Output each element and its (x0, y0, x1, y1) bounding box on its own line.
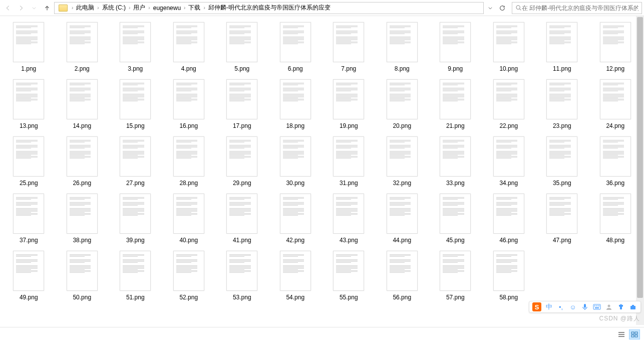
chevron-right-icon[interactable]: › (146, 5, 152, 11)
back-button[interactable] (2, 2, 14, 14)
ime-toolbar[interactable]: S 中 •, ☺ (529, 301, 641, 313)
breadcrumb-segment[interactable]: 用户 (132, 4, 146, 12)
ime-voice-icon[interactable] (580, 302, 589, 311)
file-name: 23.png (553, 122, 571, 129)
chevron-right-icon[interactable]: › (182, 5, 187, 11)
breadcrumb-segment[interactable]: 下载 (187, 4, 201, 12)
ime-emoji-icon[interactable]: ☺ (568, 302, 577, 311)
ime-language-icon[interactable]: 中 (544, 302, 553, 311)
breadcrumb-dropdown[interactable] (485, 3, 496, 14)
file-item[interactable]: 15.png (111, 79, 160, 129)
file-thumbnail (120, 251, 151, 291)
file-item[interactable]: 27.png (111, 136, 160, 187)
file-item[interactable]: 28.png (164, 136, 214, 187)
file-item[interactable]: 32.png (378, 136, 427, 187)
file-item[interactable]: 54.png (271, 251, 320, 301)
breadcrumb-segment[interactable]: 此电脑 (75, 4, 95, 12)
file-item[interactable]: 41.png (217, 194, 267, 244)
file-item[interactable]: 7.png (324, 22, 374, 72)
file-item[interactable]: 42.png (271, 194, 320, 244)
file-item[interactable]: 3.png (111, 22, 160, 72)
file-item[interactable]: 5.png (217, 22, 267, 72)
file-item[interactable]: 12.png (591, 22, 640, 72)
chevron-right-icon[interactable]: › (95, 5, 101, 11)
file-name: 49.png (20, 294, 38, 301)
file-item[interactable]: 8.png (378, 22, 427, 72)
file-item[interactable]: 10.png (484, 22, 534, 72)
file-thumbnail (440, 251, 471, 291)
breadcrumb-segment[interactable]: eugenewu (152, 5, 182, 12)
file-item[interactable]: 38.png (58, 194, 107, 244)
file-item[interactable]: 23.png (537, 79, 587, 129)
ime-keyboard-icon[interactable] (592, 302, 601, 311)
file-item[interactable]: 4.png (164, 22, 214, 72)
file-name: 38.png (73, 237, 91, 244)
file-item[interactable]: 52.png (164, 251, 214, 301)
chevron-right-icon[interactable]: › (70, 5, 75, 11)
file-item[interactable]: 57.png (431, 251, 480, 301)
file-item[interactable]: 48.png (591, 194, 640, 244)
file-item[interactable]: 45.png (431, 194, 480, 244)
forward-button[interactable] (15, 2, 27, 14)
svg-rect-8 (630, 306, 635, 309)
file-item[interactable]: 39.png (111, 194, 160, 244)
file-item[interactable]: 14.png (58, 79, 107, 129)
file-item[interactable]: 22.png (484, 79, 534, 129)
ime-toolbox-icon[interactable] (628, 302, 637, 311)
search-box[interactable] (512, 2, 642, 14)
file-item[interactable]: 49.png (4, 251, 54, 301)
file-item[interactable]: 20.png (378, 79, 427, 129)
breadcrumb-segment[interactable]: 邱仲麟-明代北京的瘟疫与帝国医疗体系的应变 (207, 4, 332, 12)
file-item[interactable]: 30.png (271, 136, 320, 187)
file-item[interactable]: 53.png (217, 251, 267, 301)
file-item[interactable]: 17.png (217, 79, 267, 129)
file-view[interactable]: 1.png2.png3.png4.png5.png6.png7.png8.png… (0, 16, 644, 325)
recent-dropdown[interactable] (28, 2, 40, 14)
file-item[interactable]: 13.png (4, 79, 54, 129)
file-item[interactable]: 43.png (324, 194, 374, 244)
file-item[interactable]: 40.png (164, 194, 214, 244)
file-item[interactable]: 50.png (58, 251, 107, 301)
breadcrumb-segment[interactable]: 系统 (C:) (101, 4, 127, 12)
refresh-button[interactable] (497, 3, 508, 14)
file-item[interactable]: 2.png (58, 22, 107, 72)
search-input[interactable] (522, 5, 638, 12)
sogou-logo-icon[interactable]: S (532, 302, 541, 311)
file-item[interactable]: 9.png (431, 22, 480, 72)
file-item[interactable]: 16.png (164, 79, 214, 129)
file-item[interactable]: 1.png (4, 22, 54, 72)
vertical-scrollbar[interactable] (636, 16, 644, 325)
file-item[interactable]: 26.png (58, 136, 107, 187)
ime-user-icon[interactable] (604, 302, 613, 311)
file-item[interactable]: 47.png (537, 194, 587, 244)
file-item[interactable]: 21.png (431, 79, 480, 129)
scrollbar-thumb[interactable] (637, 17, 643, 298)
file-item[interactable]: 24.png (591, 79, 640, 129)
file-item[interactable]: 18.png (271, 79, 320, 129)
file-name: 17.png (233, 122, 251, 129)
ime-punct-icon[interactable]: •, (556, 302, 565, 311)
ime-skin-icon[interactable] (616, 302, 625, 311)
up-button[interactable] (41, 2, 53, 14)
file-name: 50.png (73, 294, 91, 301)
file-item[interactable]: 33.png (431, 136, 480, 187)
file-item[interactable]: 44.png (378, 194, 427, 244)
file-item[interactable]: 56.png (378, 251, 427, 301)
file-item[interactable]: 11.png (537, 22, 587, 72)
file-item[interactable]: 6.png (271, 22, 320, 72)
chevron-right-icon[interactable]: › (127, 5, 132, 11)
file-item[interactable]: 25.png (4, 136, 54, 187)
file-item[interactable]: 58.png (484, 251, 534, 301)
file-item[interactable]: 46.png (484, 194, 534, 244)
file-item[interactable]: 55.png (324, 251, 374, 301)
file-item[interactable]: 51.png (111, 251, 160, 301)
file-item[interactable]: 35.png (537, 136, 587, 187)
file-item[interactable]: 37.png (4, 194, 54, 244)
file-item[interactable]: 34.png (484, 136, 534, 187)
file-item[interactable]: 31.png (324, 136, 374, 187)
file-item[interactable]: 36.png (591, 136, 640, 187)
file-item[interactable]: 19.png (324, 79, 374, 129)
chevron-right-icon[interactable]: › (201, 5, 207, 11)
breadcrumb-bar[interactable]: › 此电脑 › 系统 (C:) › 用户 › eugenewu › 下载 › 邱… (54, 2, 484, 14)
file-item[interactable]: 29.png (217, 136, 267, 187)
